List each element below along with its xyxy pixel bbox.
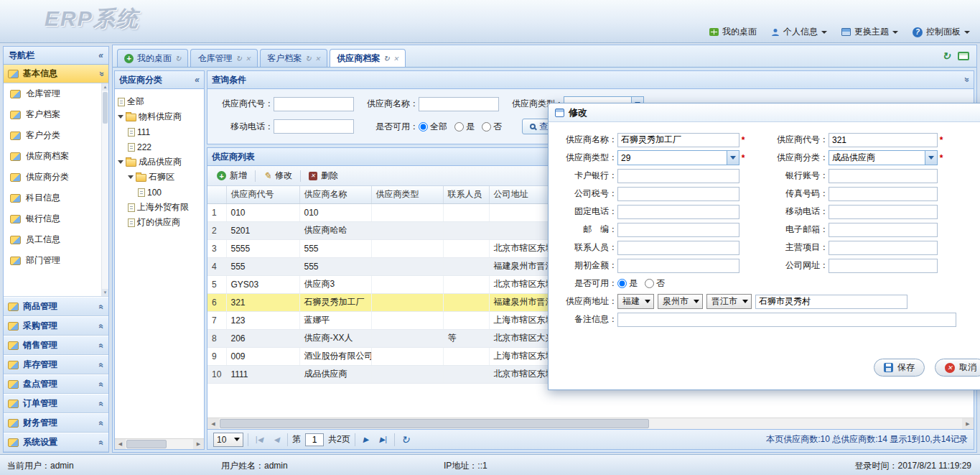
col-contact[interactable]: 联系人员: [443, 186, 489, 203]
refresh-page-icon[interactable]: [399, 433, 412, 446]
collapse-left-icon[interactable]: [195, 75, 200, 85]
prev-page-button[interactable]: [270, 433, 283, 446]
col-supplier-name[interactable]: 供应商名称: [299, 186, 371, 203]
tree-node-100[interactable]: 100: [118, 185, 202, 200]
col-supplier-code[interactable]: 供应商代号: [226, 186, 299, 203]
next-page-button[interactable]: [360, 433, 373, 446]
page-size-select[interactable]: 10: [213, 433, 243, 447]
tab-refresh-icon[interactable]: [235, 53, 241, 63]
radio-no[interactable]: 否: [482, 121, 502, 133]
radio-yes[interactable]: 是: [454, 121, 475, 133]
phone-input[interactable]: [617, 205, 739, 219]
delete-button[interactable]: 删除: [305, 168, 342, 183]
district-select[interactable]: 晋江市: [706, 294, 752, 309]
sidebar-item-supplier-files[interactable]: 供应商档案: [4, 146, 108, 167]
tax-no-input[interactable]: [617, 187, 739, 201]
sidebar-section-inventory[interactable]: 库存管理: [4, 355, 108, 374]
province-select[interactable]: 福建: [617, 294, 654, 309]
first-page-button[interactable]: [253, 433, 266, 446]
supplier-name-input[interactable]: [419, 97, 499, 111]
supplier-type-input[interactable]: [618, 151, 727, 165]
sidebar-item-department[interactable]: 部门管理: [4, 250, 108, 271]
refresh-icon[interactable]: [942, 50, 951, 62]
sidebar-section-stocktaking[interactable]: 盘点管理: [4, 374, 108, 394]
radio-no-input[interactable]: [482, 122, 491, 132]
supplier-code-input[interactable]: [829, 133, 938, 147]
website-input[interactable]: [829, 259, 938, 273]
radio-yes-input[interactable]: [454, 122, 464, 132]
expand-arrow-icon[interactable]: [118, 160, 123, 164]
zip-input[interactable]: [617, 223, 739, 237]
collapse-left-icon[interactable]: [98, 50, 103, 60]
tab-close-icon[interactable]: [315, 53, 321, 63]
scroll-left-icon[interactable]: ◀: [207, 418, 219, 429]
enabled-no-radio[interactable]: 否: [645, 277, 665, 290]
address-detail-input[interactable]: [755, 295, 907, 309]
col-supplier-type[interactable]: 供应商类型: [371, 186, 443, 203]
supplier-category-input[interactable]: [829, 151, 925, 165]
tree-node-shanghai-trade[interactable]: 上海外贸有限: [118, 200, 202, 215]
scroll-left-icon[interactable]: ◀: [115, 439, 126, 449]
tab-customer-files[interactable]: 客户档案: [260, 49, 327, 67]
cancel-button[interactable]: 取消: [935, 359, 980, 377]
tree-node-material-suppliers[interactable]: 物料供应商: [118, 109, 202, 124]
tree-node-111[interactable]: 111: [118, 124, 202, 139]
tab-refresh-icon[interactable]: [305, 53, 311, 63]
sidebar-item-subject-info[interactable]: 科目信息: [4, 188, 108, 208]
sidebar-item-warehouse[interactable]: 仓库管理: [4, 83, 108, 104]
main-business-input[interactable]: [829, 241, 938, 255]
initial-amount-input[interactable]: [617, 259, 739, 273]
fax-input[interactable]: [829, 187, 938, 201]
mobile-input[interactable]: [829, 205, 938, 219]
control-panel-button[interactable]: 控制面板: [913, 26, 970, 38]
add-button[interactable]: 新增: [213, 168, 251, 183]
city-select[interactable]: 泉州市: [658, 294, 703, 309]
supplier-code-input[interactable]: [274, 97, 354, 111]
sidebar-section-purchase[interactable]: 采购管理: [4, 316, 108, 336]
sidebar-section-goods[interactable]: 商品管理: [4, 297, 108, 316]
tab-refresh-icon[interactable]: [175, 53, 181, 63]
sidebar-item-customer-category[interactable]: 客户分类: [4, 125, 108, 146]
tab-close-icon[interactable]: [393, 53, 399, 63]
mobile-input[interactable]: [274, 119, 354, 134]
tree-node-finished-suppliers[interactable]: 成品供应商: [118, 155, 202, 170]
edit-button[interactable]: 修改: [260, 168, 296, 183]
tab-supplier-files[interactable]: 供应商档案: [330, 49, 406, 67]
sidebar-section-sales[interactable]: 销售管理: [4, 336, 108, 355]
contact-input[interactable]: [617, 241, 739, 255]
supplier-category-combo[interactable]: [829, 150, 938, 165]
tab-warehouse[interactable]: 仓库管理: [190, 49, 258, 67]
tree-node-shishi[interactable]: 石狮区: [118, 170, 202, 185]
bank-input[interactable]: [617, 169, 739, 183]
save-button[interactable]: 保存: [874, 359, 925, 377]
supplier-name-input[interactable]: [617, 133, 739, 147]
radio-all-input[interactable]: [419, 122, 428, 132]
sidebar-item-supplier-category[interactable]: 供应商分类: [4, 167, 108, 188]
tree-node-all[interactable]: 全部: [118, 94, 202, 109]
email-input[interactable]: [829, 223, 938, 237]
tab-refresh-icon[interactable]: [383, 53, 389, 63]
expand-arrow-icon[interactable]: [128, 175, 134, 179]
enabled-no-input[interactable]: [645, 279, 654, 288]
personal-info-button[interactable]: 个人信息: [771, 26, 827, 38]
sidebar-section-basic-info[interactable]: 基本信息: [4, 65, 108, 83]
chevron-down-icon[interactable]: [925, 151, 937, 165]
scrollbar-thumb[interactable]: [126, 440, 167, 448]
scroll-right-icon[interactable]: ▶: [193, 439, 204, 449]
tree-hscrollbar[interactable]: ◀ ▶: [115, 438, 204, 449]
enabled-yes-input[interactable]: [617, 279, 627, 288]
my-desktop-button[interactable]: 我的桌面: [709, 26, 757, 38]
scroll-up-icon[interactable]: ▲: [102, 83, 108, 91]
scrollbar-thumb[interactable]: [103, 92, 108, 124]
scrollbar-thumb[interactable]: [220, 419, 649, 428]
scroll-down-icon[interactable]: ▼: [102, 289, 108, 296]
chevron-down-icon[interactable]: [727, 151, 739, 165]
radio-all[interactable]: 全部: [419, 121, 447, 133]
scroll-right-icon[interactable]: ▶: [962, 418, 974, 429]
remark-input[interactable]: [617, 313, 956, 327]
sidebar-section-system[interactable]: 系统设置: [4, 433, 108, 452]
tree-node-lamp-supplier[interactable]: 灯的供应商: [118, 215, 202, 230]
sidebar-section-orders[interactable]: 订单管理: [4, 394, 108, 413]
toggle-panel-icon[interactable]: [958, 52, 969, 60]
dialog-header[interactable]: 修改: [549, 103, 980, 122]
